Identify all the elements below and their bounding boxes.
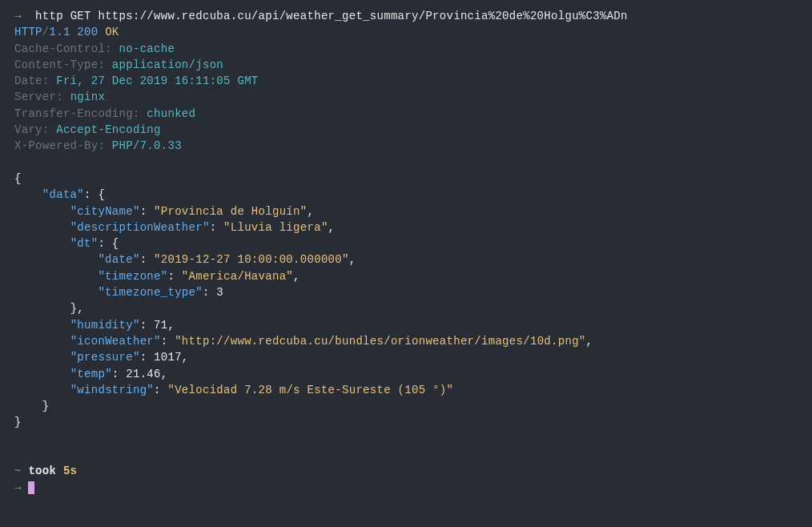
- blank-line-2: [14, 431, 798, 447]
- blank-line: [14, 155, 798, 171]
- duration-line: ~ took 5s: [14, 463, 798, 479]
- json-description-weather: "descriptionWeather": "Lluvia ligera",: [14, 219, 798, 235]
- command-text: http GET https://www.redcuba.cu/api/weat…: [35, 10, 628, 22]
- json-dt-timezone: "timezone": "America/Havana",: [14, 268, 798, 284]
- header-vary: Vary: Accept-Encoding: [14, 122, 798, 138]
- blank-line-3: [14, 447, 798, 463]
- json-open-brace: {: [14, 171, 798, 187]
- json-pressure: "pressure": 1017,: [14, 349, 798, 365]
- header-content-type: Content-Type: application/json: [14, 57, 798, 73]
- http-version: 1.1: [50, 26, 70, 38]
- http-status-line: HTTP/1.1 200 OK: [14, 24, 798, 40]
- json-dt-date: "date": "2019-12-27 10:00:00.000000",: [14, 251, 798, 268]
- prompt-arrow: →: [14, 10, 22, 22]
- json-data-key: "data": {: [14, 187, 798, 203]
- terminal-output: → http GET https://www.redcuba.cu/api/we…: [14, 8, 798, 496]
- json-cityname: "cityName": "Provincia de Holguín",: [14, 203, 798, 219]
- header-x-powered-by: X-Powered-By: PHP/7.0.33: [14, 138, 798, 154]
- header-server: Server: nginx: [14, 89, 798, 105]
- prompt-arrow-2: →: [14, 481, 22, 494]
- json-windstring: "windstring": "Velocidad 7.28 m/s Este-S…: [14, 382, 798, 398]
- header-cache-control: Cache-Control: no-cache: [14, 41, 798, 57]
- json-data-close: }: [14, 398, 798, 414]
- json-temp: "temp": 21.46,: [14, 366, 798, 382]
- took-label: took: [28, 465, 56, 477]
- http-protocol: HTTP: [14, 26, 42, 38]
- json-dt-open: "dt": {: [14, 235, 798, 251]
- json-dt-timezone-type: "timezone_type": 3: [14, 284, 798, 300]
- json-dt-close: },: [14, 300, 798, 316]
- cursor[interactable]: [28, 481, 34, 494]
- json-humidity: "humidity": 71,: [14, 317, 798, 333]
- prompt-line[interactable]: →: [14, 480, 798, 496]
- http-status-reason: OK: [105, 26, 119, 38]
- command-line: → http GET https://www.redcuba.cu/api/we…: [14, 8, 798, 24]
- http-status-code: 200: [77, 26, 98, 38]
- tilde-char: ~: [14, 465, 22, 477]
- json-close-brace: }: [14, 414, 798, 430]
- header-date: Date: Fri, 27 Dec 2019 16:11:05 GMT: [14, 73, 798, 89]
- duration-value: 5s: [63, 465, 77, 477]
- json-icon-weather: "iconWeather": "http://www.redcuba.cu/bu…: [14, 333, 798, 349]
- header-transfer-encoding: Transfer-Encoding: chunked: [14, 106, 798, 122]
